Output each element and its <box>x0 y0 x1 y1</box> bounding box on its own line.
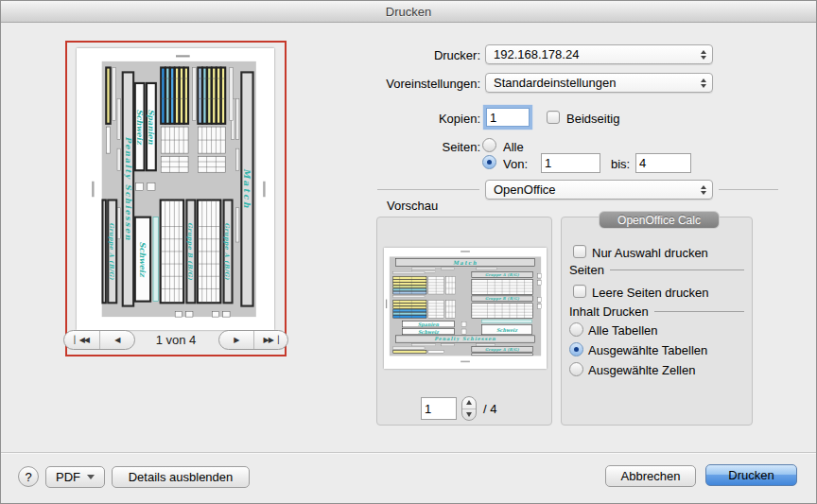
vorschau-page-total: / 4 <box>483 402 496 416</box>
only-selection-label: Nur Auswahl drucken <box>592 246 708 260</box>
pages-label: Seiten: <box>329 140 480 154</box>
pages-group-label: Seiten <box>569 263 604 277</box>
selected-tables-radio[interactable] <box>569 342 583 356</box>
duplex-checkbox[interactable] <box>547 111 560 124</box>
schweiz-text: Schweiz <box>134 110 144 146</box>
only-selection-checkbox[interactable] <box>573 245 586 258</box>
copies-input[interactable] <box>486 108 530 127</box>
penalty-title-text: Penalty Schiessen <box>123 137 132 242</box>
rotated-sheet-wrapper: Match Gruppe A (B/G) <box>81 52 269 326</box>
vorschau-page-graphic <box>384 248 547 369</box>
thumbnail-navigation: ▏◀◀ ◀ 1 von 4 ▶ ▶▶▕ <box>67 330 285 351</box>
vorschau-box: / 4 <box>376 217 552 426</box>
print-empty-checkbox[interactable] <box>573 285 586 298</box>
last-page-button[interactable]: ▶▶▕ <box>253 331 288 349</box>
schweiz-right-text: Schweiz <box>137 242 147 278</box>
pages-all-radio[interactable] <box>482 138 496 152</box>
printer-label: Drucker: <box>329 48 480 62</box>
cancel-button-label: Abbrechen <box>621 469 681 483</box>
footer-divider <box>1 452 816 453</box>
help-icon: ? <box>25 470 31 484</box>
vorschau-page-input[interactable] <box>421 397 457 420</box>
presets-select[interactable]: Standardeinstellungen <box>485 73 713 93</box>
spanien-text: Spanien <box>146 109 155 145</box>
stepper-arrows-icon <box>701 78 706 88</box>
pages-group-line <box>610 269 744 270</box>
sheet-title-text: Match <box>241 168 251 210</box>
cancel-button[interactable]: Abbrechen <box>605 465 696 487</box>
copies-label: Kopien: <box>329 112 480 126</box>
pages-from-radio[interactable] <box>482 155 496 169</box>
print-dialog: Drucken Match <box>0 0 817 504</box>
details-button[interactable]: Details ausblenden <box>112 466 250 488</box>
separator-line-left <box>377 189 479 190</box>
printer-select[interactable]: 192.168.178.24 <box>485 44 713 64</box>
selected-cells-label: Ausgewählte Zellen <box>588 363 695 377</box>
pages-to-input[interactable] <box>635 153 691 173</box>
group-a2-label-text: Gruppe A (B/G) <box>108 222 115 280</box>
dialog-title: Drucken <box>386 5 431 19</box>
content-group-row: Inhalt Drucken <box>569 304 744 319</box>
next-page-button[interactable]: ▶ <box>219 331 253 349</box>
calc-tab[interactable]: OpenOffice Calc <box>599 211 720 229</box>
selected-tables-label: Ausgewählte Tabellen <box>588 343 707 357</box>
print-button[interactable]: Drucken <box>705 464 797 486</box>
up-arrow-icon <box>466 400 472 405</box>
page-step-down-button[interactable] <box>462 408 476 421</box>
sheet-preview-graphic-small <box>384 248 547 369</box>
all-tables-label: Alle Tabellen <box>588 323 657 338</box>
page-step-up-button[interactable] <box>462 397 476 408</box>
selected-cells-radio[interactable] <box>569 362 583 376</box>
details-button-label: Details ausblenden <box>129 470 234 484</box>
printer-select-value: 192.168.178.24 <box>494 47 579 61</box>
content-group-line <box>654 311 744 312</box>
separator-line-right <box>719 189 778 190</box>
next-page-icon: ▶ <box>234 336 238 344</box>
stepper-arrows-icon <box>701 185 706 195</box>
pages-all-label: Alle <box>503 140 524 154</box>
presets-select-value: Standardeinstellungen <box>494 76 616 90</box>
title-bar: Drucken <box>1 1 816 23</box>
vorschau-page-stepper <box>461 396 477 421</box>
calc-panel: OpenOffice Calc Nur Auswahl drucken Seit… <box>561 217 753 426</box>
pdf-button[interactable]: PDF <box>45 466 105 488</box>
pages-to-label: bis: <box>611 157 630 171</box>
preview-page-thumbnail[interactable]: Match Gruppe A (B/G) <box>77 48 274 330</box>
app-select-value: OpenOffice <box>494 182 556 197</box>
pages-group-row: Seiten <box>569 263 744 277</box>
presets-label: Voreinstellungen: <box>329 77 480 91</box>
vorschau-label: Vorschau <box>387 199 438 213</box>
help-button[interactable]: ? <box>18 466 39 487</box>
all-tables-radio[interactable] <box>569 322 583 337</box>
pdf-button-label: PDF <box>56 470 80 484</box>
print-button-label: Drucken <box>728 468 774 482</box>
next-button-group: ▶ ▶▶▕ <box>218 330 288 350</box>
preview-pane: Match Gruppe A (B/G) <box>65 41 287 356</box>
sheet-preview-graphic: Match Gruppe A (B/G) <box>81 52 269 326</box>
down-arrow-icon <box>466 412 472 417</box>
group-a-label-text: Gruppe A (B/G) <box>223 222 231 280</box>
pages-from-label: Von: <box>503 157 528 171</box>
stepper-arrows-icon <box>701 50 706 60</box>
pages-from-input[interactable] <box>541 153 600 173</box>
chevron-down-icon <box>87 475 95 479</box>
content-group-label: Inhalt Drucken <box>569 304 649 319</box>
last-page-icon: ▶▶▕ <box>264 336 278 344</box>
group-b-label-text: Gruppe B (B/G) <box>186 222 194 281</box>
print-empty-label: Leere Seiten drucken <box>592 286 709 300</box>
app-select[interactable]: OpenOffice <box>485 180 713 200</box>
duplex-label: Beidseitig <box>566 112 619 126</box>
